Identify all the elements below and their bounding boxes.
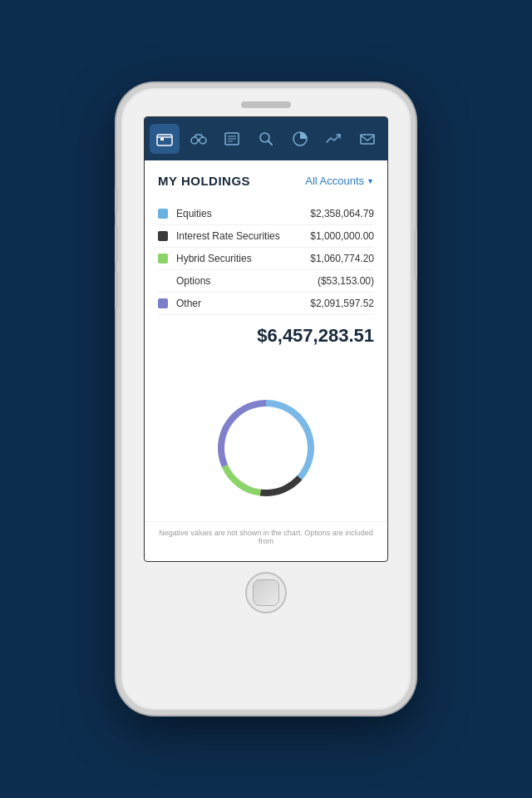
holding-value: $1,000,000.00 bbox=[310, 230, 374, 242]
page-title: MY HOLDINGS bbox=[158, 174, 250, 188]
holding-name: Equities bbox=[176, 208, 310, 219]
phone-frame: MY HOLDINGS All Accounts ▼ Equities $2,3… bbox=[116, 83, 416, 715]
donut-chart-container bbox=[145, 373, 387, 521]
home-button-inner bbox=[253, 579, 279, 606]
svg-line-9 bbox=[268, 141, 272, 145]
holding-item[interactable]: Equities $2,358,064.79 bbox=[158, 203, 374, 225]
home-button[interactable] bbox=[245, 572, 287, 613]
holding-color-dot bbox=[158, 231, 168, 241]
content-area: MY HOLDINGS All Accounts ▼ Equities $2,3… bbox=[145, 160, 387, 373]
svg-point-12 bbox=[224, 406, 308, 490]
news-icon[interactable] bbox=[217, 124, 247, 154]
holding-name: Options bbox=[176, 275, 318, 287]
phone-screen: MY HOLDINGS All Accounts ▼ Equities $2,3… bbox=[144, 116, 388, 562]
total-value: $6,457,283.51 bbox=[257, 325, 374, 347]
holding-color-dot bbox=[158, 276, 168, 286]
svg-rect-11 bbox=[361, 135, 374, 144]
holding-item[interactable]: Other $2,091,597.52 bbox=[158, 293, 374, 315]
phone-speaker bbox=[241, 101, 291, 108]
holding-name: Interest Rate Securities bbox=[176, 230, 310, 242]
volume-down-button[interactable] bbox=[115, 271, 118, 308]
holding-color-dot bbox=[158, 298, 168, 308]
svg-point-2 bbox=[191, 137, 198, 144]
mute-button[interactable] bbox=[115, 188, 118, 213]
holding-item[interactable]: Options ($53,153.00) bbox=[158, 270, 374, 293]
pie-chart-icon[interactable] bbox=[285, 124, 315, 154]
binoculars-icon[interactable] bbox=[184, 124, 214, 154]
svg-point-3 bbox=[200, 137, 206, 144]
search-icon[interactable] bbox=[251, 124, 281, 154]
holding-value: $2,091,597.52 bbox=[310, 298, 374, 309]
wallet-icon[interactable] bbox=[150, 124, 180, 154]
holdings-list: Equities $2,358,064.79 Interest Rate Sec… bbox=[158, 203, 374, 315]
svg-rect-1 bbox=[160, 138, 164, 140]
holdings-header: MY HOLDINGS All Accounts ▼ bbox=[158, 174, 374, 188]
mail-icon[interactable] bbox=[352, 124, 382, 154]
chart-note: Negative values are not shown in the cha… bbox=[145, 521, 387, 552]
holding-name: Other bbox=[176, 298, 310, 309]
svg-rect-0 bbox=[157, 135, 172, 145]
holding-item[interactable]: Interest Rate Securities $1,000,000.00 bbox=[158, 225, 374, 248]
holding-color-dot bbox=[158, 254, 168, 264]
holding-value: $1,060,774.20 bbox=[310, 253, 374, 264]
holding-item[interactable]: Hybrid Securities $1,060,774.20 bbox=[158, 248, 374, 270]
total-row: $6,457,283.51 bbox=[158, 315, 374, 360]
trending-icon[interactable] bbox=[318, 124, 348, 154]
navigation-bar bbox=[145, 117, 387, 160]
holding-value: $2,358,064.79 bbox=[310, 208, 374, 219]
donut-chart bbox=[200, 382, 332, 515]
holding-name: Hybrid Securities bbox=[176, 253, 310, 264]
holding-color-dot bbox=[158, 209, 168, 219]
holding-value: ($53,153.00) bbox=[318, 275, 374, 287]
all-accounts-dropdown[interactable]: All Accounts ▼ bbox=[305, 175, 374, 187]
volume-up-button[interactable] bbox=[115, 225, 118, 263]
power-button[interactable] bbox=[414, 229, 417, 279]
chevron-down-icon: ▼ bbox=[367, 177, 374, 185]
